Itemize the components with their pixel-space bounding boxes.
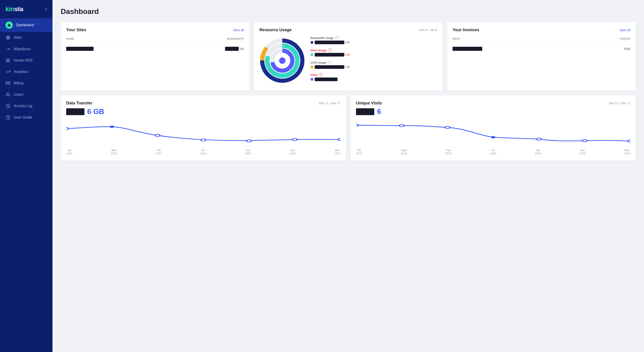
cdn-help-icon[interactable]: ? — [328, 61, 331, 64]
logo-text: kinsta — [6, 5, 23, 13]
svg-rect-1 — [6, 82, 10, 85]
invoices-card-header: Your Invoices View all — [452, 27, 630, 32]
uv-metric-redacted — [356, 108, 374, 115]
x-label-2: Thu 12/13 — [156, 149, 162, 155]
site-bandwidth-redacted — [225, 47, 239, 51]
sidebar-item-label: Analytics — [14, 70, 28, 74]
svg-point-20 — [247, 140, 251, 142]
uv-card-title: Unique Visits — [356, 101, 382, 106]
unique-visits-card: Unique Visits Dec 11 - Dec 17 6 — [350, 95, 636, 161]
sidebar-item-activity-log[interactable]: Activity Log — [0, 100, 52, 112]
inv-col-date: DATE — [452, 37, 460, 40]
sidebar-item-dashboard[interactable]: Dashboard — [0, 18, 52, 32]
sidebar-item-migrations[interactable]: Migrations — [0, 43, 52, 55]
bandwidth-help-icon[interactable]: ? — [335, 36, 339, 40]
bandwidth-dot — [310, 41, 313, 44]
cdn-legend-label: CDN Usage — [310, 61, 326, 64]
dt-card-header: Data Transfer Dec 11 - Dec 17 — [66, 101, 340, 106]
dt-metric-redacted — [66, 108, 84, 115]
uv-x-label-3: Fri 12/14 — [490, 149, 496, 155]
sites-value-redacted — [315, 77, 338, 81]
invoice-date-redacted — [452, 47, 482, 51]
disk-unit: GB — [346, 53, 350, 56]
bandwidth-legend-item: Bandwidth Usage ? GB — [310, 36, 437, 44]
svg-point-15 — [279, 57, 286, 64]
uv-x-axis: Tue 12/11 Wed 12/12 Thu 12/13 Fri 12/14 … — [356, 149, 630, 155]
dt-date-range: Dec 11 - Dec 17 — [319, 101, 340, 105]
donut-chart — [260, 38, 305, 83]
sites-dot — [310, 78, 313, 81]
sites-table-row: GB — [66, 44, 244, 53]
your-invoices-card: Your Invoices View all DATE STATUS Paid — [447, 22, 636, 91]
sidebar-item-user-guide[interactable]: User Guide — [0, 112, 52, 123]
sidebar-item-label: Sites — [14, 35, 22, 40]
svg-point-23 — [356, 124, 358, 126]
cdn-value-redacted — [315, 65, 344, 69]
svg-point-29 — [628, 140, 630, 142]
sidebar-item-label: Dashboard — [16, 23, 34, 27]
x-label-1: Wed 12/12 — [111, 149, 117, 155]
chevron-down-icon[interactable]: ▾ — [46, 7, 47, 11]
svg-point-27 — [536, 138, 541, 140]
activity-icon — [6, 103, 10, 108]
x-label-6: Mon 12/17 — [334, 149, 340, 155]
sidebar-item-label: Kinsta DNS — [14, 58, 33, 62]
page-title: Dashboard — [61, 7, 636, 16]
sites-help-icon[interactable]: ? — [319, 73, 323, 77]
your-sites-card: Your Sites View all NAME BANDWIDTH GB — [61, 22, 250, 91]
data-transfer-card: Data Transfer Dec 11 - Dec 17 6 GB — [61, 95, 346, 161]
bandwidth-unit: GB — [240, 47, 244, 51]
sites-card-header: Your Sites View all — [66, 27, 244, 32]
sidebar-item-analytics[interactable]: Analytics — [0, 66, 52, 77]
users-icon — [6, 92, 10, 97]
guide-icon — [6, 115, 10, 120]
svg-point-17 — [110, 126, 114, 128]
uv-x-label-2: Thu 12/13 — [445, 149, 452, 155]
svg-point-28 — [582, 139, 587, 142]
sidebar-item-label: Users — [14, 93, 23, 97]
sidebar-item-sites[interactable]: Sites — [0, 32, 52, 43]
cdn-unit: GB — [346, 65, 350, 69]
sites-legend-item: Sites ? — [310, 73, 437, 81]
svg-point-26 — [491, 136, 496, 138]
sidebar-item-label: Migrations — [14, 47, 30, 51]
dashboard-icon — [6, 21, 13, 29]
resource-legend: Bandwidth Usage ? GB Disk Usage — [310, 36, 437, 85]
main-content: Dashboard Your Sites View all NAME BANDW… — [52, 0, 644, 352]
disk-help-icon[interactable]: ? — [328, 48, 332, 52]
sidebar-item-billing[interactable]: Billing — [0, 77, 52, 89]
sidebar-logo: kinsta ▾ — [0, 0, 52, 16]
top-cards-row: Your Sites View all NAME BANDWIDTH GB Re… — [61, 22, 636, 91]
bandwidth-legend-label: Bandwidth Usage ? — [310, 36, 437, 40]
bandwidth-value-redacted — [315, 40, 344, 44]
disk-value-redacted — [315, 53, 344, 56]
dt-x-axis: Tue 12/11 Wed 12/12 Thu 12/13 Fri 12/14 … — [66, 149, 340, 155]
uv-metric-row: 6 — [356, 107, 630, 116]
resource-usage-card: Resource Usage Dec 8 - Jan 8 — [254, 22, 443, 91]
migrations-icon — [6, 46, 10, 51]
svg-point-18 — [156, 134, 160, 137]
x-label-4: Sat 12/15 — [245, 149, 251, 155]
dns-icon — [6, 58, 10, 63]
uv-x-label-0: Tue 12/11 — [356, 149, 362, 155]
disk-legend-item: Disk Usage ? GB — [310, 48, 437, 56]
invoices-view-all[interactable]: View all — [619, 28, 630, 32]
dt-chart — [66, 119, 340, 147]
sites-view-all[interactable]: View all — [233, 28, 244, 32]
dt-card-title: Data Transfer — [66, 101, 92, 106]
sidebar-item-kinsta-dns[interactable]: Kinsta DNS — [0, 55, 52, 66]
uv-x-label-5: Sun 12/16 — [580, 149, 586, 155]
x-label-5: Sun 12/16 — [290, 149, 296, 155]
sidebar-item-users[interactable]: Users — [0, 89, 52, 100]
bandwidth-unit: GB — [346, 41, 350, 44]
uv-date-range: Dec 11 - Dec 17 — [609, 101, 630, 105]
sidebar-item-label: User Guide — [14, 115, 32, 119]
sidebar-nav: Dashboard Sites Migrations Kinsta DNS — [0, 16, 52, 352]
svg-point-16 — [66, 127, 68, 130]
col-name-label: NAME — [66, 37, 74, 40]
x-label-0: Tue 12/11 — [66, 149, 72, 155]
sidebar-item-label: Activity Log — [14, 104, 32, 108]
analytics-icon — [6, 69, 10, 74]
sidebar: kinsta ▾ Dashboard Sites Migrations — [0, 0, 52, 352]
billing-icon — [6, 81, 10, 86]
